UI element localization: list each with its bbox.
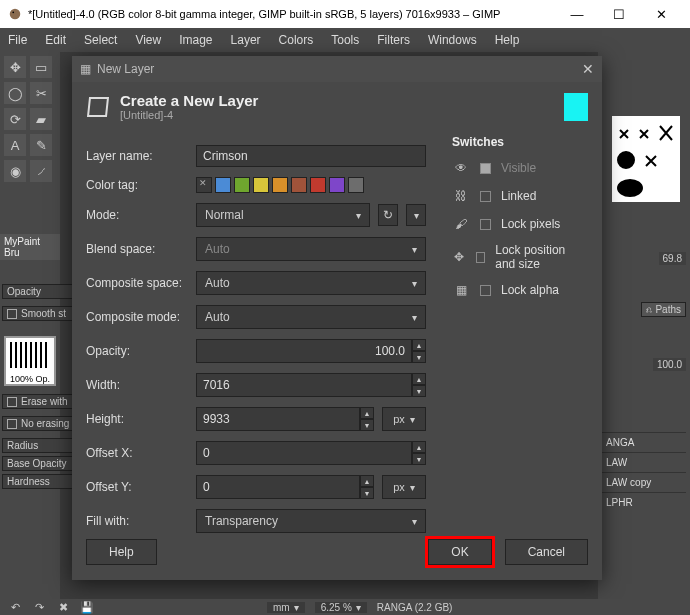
fill-with-label: Fill with: bbox=[86, 514, 188, 528]
lock-position-checkbox[interactable] bbox=[476, 252, 485, 263]
color-tag-brown[interactable] bbox=[291, 177, 307, 193]
visible-checkbox[interactable] bbox=[480, 163, 491, 174]
menu-windows[interactable]: Windows bbox=[424, 31, 481, 49]
menu-tools[interactable]: Tools bbox=[327, 31, 363, 49]
mode-reset-button[interactable]: ↻ bbox=[378, 204, 398, 226]
color-tag-violet[interactable] bbox=[329, 177, 345, 193]
new-layer-dialog: ▦ New Layer ✕ Create a New Layer [Untitl… bbox=[72, 56, 602, 580]
dialog-close-button[interactable]: ✕ bbox=[582, 61, 594, 77]
color-tag-green[interactable] bbox=[234, 177, 250, 193]
dialog-subtitle: [Untitled]-4 bbox=[120, 109, 258, 121]
color-tag-gray[interactable] bbox=[348, 177, 364, 193]
lock-pixels-checkbox[interactable] bbox=[480, 219, 491, 230]
chevron-down-icon: ▾ bbox=[412, 244, 417, 255]
tool-select[interactable]: ▭ bbox=[30, 56, 52, 78]
linked-checkbox[interactable] bbox=[480, 191, 491, 202]
sb-delete-icon[interactable]: ✖ bbox=[56, 601, 70, 613]
maximize-button[interactable]: ☐ bbox=[598, 0, 640, 28]
tool-paint[interactable]: ✎ bbox=[30, 134, 52, 156]
brush-icon: 🖌 bbox=[452, 215, 470, 233]
spin-down[interactable]: ▼ bbox=[360, 419, 374, 431]
lock-pixels-label: Lock pixels bbox=[501, 217, 560, 231]
color-tag-orange[interactable] bbox=[272, 177, 288, 193]
tool-measure[interactable]: ⟋ bbox=[30, 160, 52, 182]
list-item[interactable]: LPHR bbox=[602, 492, 686, 512]
layer-list-right: ANGA LAW LAW copy LPHR bbox=[602, 432, 686, 512]
color-tag-none[interactable] bbox=[196, 177, 212, 193]
spin-down[interactable]: ▼ bbox=[360, 487, 374, 499]
menu-file[interactable]: File bbox=[4, 31, 31, 49]
paths-icon: ⎌ bbox=[646, 304, 652, 315]
menu-colors[interactable]: Colors bbox=[275, 31, 318, 49]
tool-fill[interactable]: ▰ bbox=[30, 108, 52, 130]
height-input[interactable] bbox=[196, 407, 360, 431]
minimize-button[interactable]: — bbox=[556, 0, 598, 28]
menu-help[interactable]: Help bbox=[491, 31, 524, 49]
brush-thumbnail[interactable] bbox=[612, 116, 680, 202]
status-unit-select[interactable]: mm▾ bbox=[267, 602, 305, 613]
menu-layer[interactable]: Layer bbox=[227, 31, 265, 49]
sb-redo-icon[interactable]: ↷ bbox=[32, 601, 46, 613]
offset-x-input[interactable] bbox=[196, 441, 412, 465]
mode-menu-button[interactable]: ▾ bbox=[406, 204, 426, 226]
lock-alpha-checkbox[interactable] bbox=[480, 285, 491, 296]
menu-edit[interactable]: Edit bbox=[41, 31, 70, 49]
help-button[interactable]: Help bbox=[86, 539, 157, 565]
list-item[interactable]: LAW copy bbox=[602, 472, 686, 492]
spin-up[interactable]: ▲ bbox=[412, 441, 426, 453]
mode-select[interactable]: Normal▾ bbox=[196, 203, 370, 227]
composite-space-select[interactable]: Auto▾ bbox=[196, 271, 426, 295]
tool-crop[interactable]: ✂ bbox=[30, 82, 52, 104]
lock-position-label: Lock position and size bbox=[495, 243, 588, 271]
tool-rotate[interactable]: ⟳ bbox=[4, 108, 26, 130]
tool-lasso[interactable]: ◯ bbox=[4, 82, 26, 104]
color-tag-yellow[interactable] bbox=[253, 177, 269, 193]
color-tag-red[interactable] bbox=[310, 177, 326, 193]
opacity-input[interactable] bbox=[196, 339, 412, 363]
menu-image[interactable]: Image bbox=[175, 31, 216, 49]
color-swatch[interactable] bbox=[564, 93, 588, 121]
list-item[interactable]: LAW bbox=[602, 452, 686, 472]
close-button[interactable]: ✕ bbox=[640, 0, 682, 28]
menu-view[interactable]: View bbox=[131, 31, 165, 49]
list-item[interactable]: ANGA bbox=[602, 432, 686, 452]
fill-with-select[interactable]: Transparency▾ bbox=[196, 509, 426, 533]
sb-save-icon[interactable]: 💾 bbox=[80, 601, 94, 613]
tool-eyedrop[interactable]: ◉ bbox=[4, 160, 26, 182]
spin-up[interactable]: ▲ bbox=[412, 339, 426, 351]
spin-up[interactable]: ▲ bbox=[360, 407, 374, 419]
cancel-button[interactable]: Cancel bbox=[505, 539, 588, 565]
layer-name-input[interactable] bbox=[196, 145, 426, 167]
menu-filters[interactable]: Filters bbox=[373, 31, 414, 49]
dialog-heading: Create a New Layer bbox=[120, 92, 258, 109]
paths-tab[interactable]: ⎌Paths bbox=[641, 302, 686, 317]
color-tag-blue[interactable] bbox=[215, 177, 231, 193]
mode-label: Mode: bbox=[86, 208, 188, 222]
color-tag-picker bbox=[196, 177, 364, 193]
menu-select[interactable]: Select bbox=[80, 31, 121, 49]
spin-down[interactable]: ▼ bbox=[412, 351, 426, 363]
chevron-down-icon: ▾ bbox=[410, 414, 415, 425]
mypaint-tab[interactable]: MyPaint Bru bbox=[0, 234, 60, 260]
tool-move[interactable]: ✥ bbox=[4, 56, 26, 78]
spin-down[interactable]: ▼ bbox=[412, 385, 426, 397]
ok-button[interactable]: OK bbox=[428, 539, 491, 565]
dialog-header: Create a New Layer [Untitled]-4 bbox=[72, 82, 602, 131]
tool-text[interactable]: A bbox=[4, 134, 26, 156]
size-unit-select[interactable]: px▾ bbox=[382, 407, 426, 431]
spin-down[interactable]: ▼ bbox=[412, 453, 426, 465]
offset-unit-select[interactable]: px▾ bbox=[382, 475, 426, 499]
composite-space-label: Composite space: bbox=[86, 276, 188, 290]
offset-y-label: Offset Y: bbox=[86, 480, 188, 494]
brush-preview[interactable]: 100% Op. bbox=[4, 336, 56, 386]
status-zoom-select[interactable]: 6.25 %▾ bbox=[315, 602, 367, 613]
right-panel: 69.8 ⎌Paths 100.0 ANGA LAW LAW copy LPHR bbox=[598, 52, 690, 599]
spin-up[interactable]: ▲ bbox=[360, 475, 374, 487]
spin-up[interactable]: ▲ bbox=[412, 373, 426, 385]
blend-space-select[interactable]: Auto▾ bbox=[196, 237, 426, 261]
sb-undo-icon[interactable]: ↶ bbox=[8, 601, 22, 613]
composite-mode-select[interactable]: Auto▾ bbox=[196, 305, 426, 329]
checkerboard-icon: ▦ bbox=[452, 281, 470, 299]
offset-y-input[interactable] bbox=[196, 475, 360, 499]
width-input[interactable] bbox=[196, 373, 412, 397]
